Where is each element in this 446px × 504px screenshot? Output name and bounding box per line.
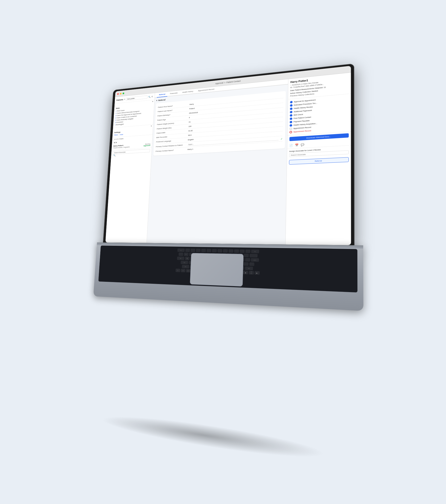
next-page-button[interactable]: ▶ [115,141,117,144]
key-rshift[interactable]: shift [245,266,253,270]
key-backtick[interactable] [178,252,183,256]
sidebar-close-button[interactable]: × [124,98,125,101]
breadcrumb-approval: Approval [215,81,223,85]
checklist-item-appt-record: Appointment Record [289,123,348,130]
key-f6[interactable] [212,249,216,252]
key-backspace[interactable] [249,253,257,257]
key-ctrl[interactable]: ctrl [180,269,185,272]
key-f12[interactable] [245,250,250,253]
checklist-item-first-contact: First Patient Contact [290,112,349,120]
checklist-item-bmi: BMI Check [290,109,348,117]
key-i[interactable]: I [222,257,227,261]
associate-search-input[interactable] [113,149,150,154]
checklist-label-hha: Health History Acquisition... [293,122,317,126]
key-return[interactable]: return [250,258,259,262]
key-period[interactable] [233,266,238,270]
key-f10[interactable] [234,249,239,252]
search-icon[interactable]: 🔍 [148,95,151,98]
key-arrow-up-down: ▲ ▼ [248,271,253,274]
key-p[interactable]: P [233,257,238,261]
key-rbracket[interactable] [245,258,250,261]
key-lbracket[interactable] [239,258,244,261]
key-semicolon[interactable] [238,262,243,266]
icons-row: 📄 📅 💬 [287,139,351,149]
key-capslock[interactable]: caps [180,260,188,264]
breadcrumb-sep1: > [224,81,225,84]
message-icon[interactable]: 💬 [301,143,304,146]
sidebar-search-input[interactable] [126,95,147,101]
key-lshift[interactable]: shift [182,265,189,268]
checklist-label-paperwork: Additional Paperwork [293,109,312,113]
key-minus[interactable] [238,253,243,257]
checklist-item-paperwork: Additional Paperwork [290,106,349,114]
close-dot[interactable] [117,93,119,95]
key-8[interactable]: 8 [221,253,226,256]
key-0[interactable]: 0 [232,253,237,257]
key-option[interactable]: option [186,269,191,272]
checklist-item-payment: Payment Plausible [290,116,349,124]
key-quote[interactable] [244,262,249,266]
key-arrow-right[interactable]: ▶ [254,271,259,275]
referral-section-title: Referral [158,98,165,101]
key-option-right[interactable]: option [237,270,242,274]
prev-page-button[interactable]: ◀ [113,141,115,144]
checklist-section: Approval for Appointment Estimated Proce… [287,93,351,135]
laptop-shadow [101,410,325,465]
checklist-item-approval: Approval for Appointment [290,95,348,104]
previous-collections-label: Previous History Collections: [290,89,349,97]
calendar-icon[interactable]: 📅 [295,143,298,147]
key-slash[interactable] [239,266,244,270]
document-icon[interactable]: 📄 [289,144,293,147]
key-arrow-left[interactable]: ◀ [243,270,248,274]
key-l[interactable]: L [232,262,237,265]
key-esc[interactable]: esc [177,249,185,252]
assign-associate-input[interactable] [289,150,349,157]
trackpad[interactable] [190,253,244,287]
chevron-up-icon: ▲ [152,100,154,102]
key-f11[interactable] [239,249,245,252]
key-tab[interactable]: tab [177,256,184,260]
key-k[interactable]: K [227,262,232,265]
key-delete[interactable]: del [251,250,259,253]
key-f7[interactable] [217,249,222,252]
key-f4[interactable] [201,249,206,252]
patient-header-info-line1: ♀ 5/15/2019 | 4 Years Old | Female [290,78,348,86]
clear-button[interactable]: Clear [119,133,123,136]
key-9[interactable]: 9 [227,253,232,257]
key-m[interactable]: M [222,266,227,269]
check-circle-appt-record [290,127,292,130]
checklist-item-health-history: Health History Review [290,102,349,110]
maximize-dot[interactable] [123,92,124,94]
checklist-item-appt-record-red: Appointment Record [289,126,349,134]
key-command-right[interactable]: ⌘ [229,270,236,274]
associate-search-icon[interactable]: 🔍 [113,154,115,157]
key-f8[interactable] [223,249,228,252]
download-historical-button[interactable]: Download Historical Docu... [289,133,349,141]
minimize-dot[interactable] [120,92,121,94]
key-f5[interactable] [206,249,211,252]
key-backslash[interactable] [249,262,254,266]
key-f9[interactable] [228,249,233,252]
key-q[interactable]: Q [185,256,189,260]
section-toggle-icon[interactable]: ▾ [156,99,157,102]
settings-icon[interactable]: ⚙ [151,95,153,97]
key-fn[interactable]: fn [175,269,180,272]
key-1[interactable]: 1 [184,252,188,256]
screen-content: Approval > Patient Contact Patients × [105,66,351,245]
sidebar: Patients × 🔍 ⚙ ▲ Stats [105,93,155,243]
key-n[interactable]: N [216,266,221,269]
key-f2[interactable] [190,249,195,252]
key-o[interactable]: O [228,257,233,261]
key-j[interactable]: J [221,261,226,265]
check-circle-paperwork [290,111,292,113]
filters-button[interactable]: Filters [114,134,118,136]
check-circle-payment [290,121,292,123]
laptop-screen: Approval > Patient Contact Patients × [103,63,354,246]
key-equals[interactable] [244,253,249,257]
key-f3[interactable] [196,249,200,252]
referral-label-box: Referral [289,157,349,164]
key-f1[interactable] [185,249,190,252]
checklist-label-bmi: BMI Check [293,113,303,116]
key-comma[interactable] [228,266,232,270]
history-started-label: Active History Collection Started: [290,87,349,94]
